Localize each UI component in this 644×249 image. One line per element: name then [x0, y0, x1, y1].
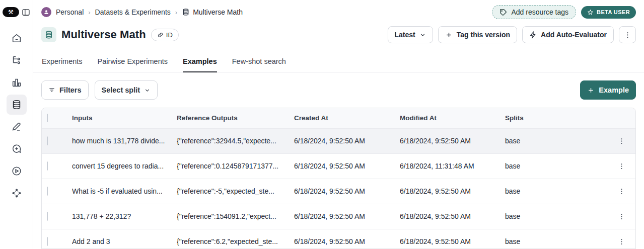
- sidebar-item-annotation[interactable]: [7, 117, 27, 137]
- database-icon: [182, 8, 190, 16]
- bar-chart-icon: [11, 77, 22, 88]
- row-checkbox[interactable]: [47, 237, 48, 246]
- cell-created-at: 6/18/2024, 9:52:50 AM: [294, 204, 400, 229]
- sidebar-item-playground[interactable]: [7, 161, 27, 181]
- add-auto-evaluator-button[interactable]: Add Auto-Evaluator: [522, 26, 614, 43]
- filters-button[interactable]: Filters: [41, 80, 89, 100]
- table-row[interactable]: Add 2 and 3 {"reference":6.2,"expected_s…: [42, 229, 635, 249]
- column-header-splits: Splits: [505, 108, 613, 128]
- tab-pairwise-experiments[interactable]: Pairwise Experiments: [98, 57, 168, 72]
- cell-inputs: What is -5 if evaluated usin...: [72, 179, 177, 204]
- select-split-dropdown[interactable]: Select split: [95, 80, 158, 100]
- cell-reference-outputs: {"reference":154091.2,"expect...: [177, 204, 294, 229]
- filter-icon: [48, 87, 55, 94]
- link-icon: [157, 32, 164, 38]
- chevron-right-icon: ›: [175, 9, 177, 16]
- workspace-avatar[interactable]: [41, 7, 51, 17]
- cell-created-at: 6/18/2024, 9:52:50 AM: [294, 229, 400, 249]
- langsmith-logo-icon: ⚒: [3, 7, 19, 17]
- cell-splits: base: [505, 153, 613, 179]
- chevron-right-icon: ›: [88, 9, 90, 16]
- cell-splits: base: [505, 128, 613, 153]
- tag-this-version-label: Tag this version: [457, 31, 510, 39]
- cell-splits: base: [505, 229, 613, 249]
- sidebar-item-prompts[interactable]: [7, 139, 27, 159]
- cell-inputs: how much is 131,778 divide...: [72, 128, 177, 153]
- add-resource-tags-button[interactable]: Add resource tags: [492, 5, 576, 19]
- database-icon: [11, 99, 22, 110]
- cell-reference-outputs: {"reference":0.1245879171377...: [177, 153, 294, 179]
- breadcrumb: Personal › Datasets & Experiments › Mult…: [41, 7, 243, 17]
- page-title: Multiverse Math: [61, 28, 146, 41]
- column-header-created-at: Created At: [294, 108, 400, 128]
- home-icon: [11, 33, 22, 44]
- sidebar-item-home[interactable]: [7, 28, 27, 48]
- row-menu-button[interactable]: [614, 159, 628, 173]
- cell-modified-at: 6/18/2024, 9:52:50 AM: [400, 229, 505, 249]
- table-row[interactable]: how much is 131,778 divide... {"referenc…: [42, 128, 635, 153]
- cell-inputs: 131,778 + 22,312?: [72, 204, 177, 229]
- examples-table: Inputs Reference Outputs Created At Modi…: [41, 108, 636, 249]
- cell-created-at: 6/18/2024, 9:52:50 AM: [294, 179, 400, 204]
- column-header-modified-at: Modified At: [400, 108, 505, 128]
- table-row[interactable]: convert 15 degrees to radia... {"referen…: [42, 153, 635, 179]
- main-content: Personal › Datasets & Experiments › Mult…: [33, 0, 644, 249]
- examples-toolbar: Filters Select split Example: [33, 72, 644, 108]
- chevron-down-icon: [419, 32, 426, 38]
- title-row: Multiverse Math ID Latest Tag this versi…: [33, 24, 644, 49]
- plus-icon: [445, 31, 453, 39]
- row-menu-button[interactable]: [614, 134, 628, 148]
- tab-examples[interactable]: Examples: [183, 57, 217, 72]
- table-row[interactable]: 131,778 + 22,312? {"reference":154091.2,…: [42, 204, 635, 229]
- tag-this-version-button[interactable]: Tag this version: [438, 26, 517, 43]
- row-checkbox[interactable]: [47, 161, 48, 171]
- more-options-button[interactable]: [619, 26, 636, 43]
- tab-few-shot-search[interactable]: Few-shot search: [232, 57, 286, 72]
- dataset-icon: [41, 27, 56, 42]
- row-checkbox[interactable]: [47, 187, 48, 196]
- select-all-checkbox[interactable]: [47, 114, 48, 122]
- chevron-down-icon: [144, 87, 151, 94]
- sidebar-item-deployments[interactable]: [7, 183, 27, 203]
- row-menu-button[interactable]: [614, 209, 628, 223]
- tab-bar: Experiments Pairwise Experiments Example…: [33, 49, 644, 72]
- sidebar-item-datasets[interactable]: [7, 95, 27, 115]
- add-auto-evaluator-label: Add Auto-Evaluator: [541, 31, 607, 39]
- cell-created-at: 6/18/2024, 9:52:50 AM: [294, 128, 400, 153]
- beta-user-label: BETA USER: [597, 9, 630, 15]
- sidebar-nav: [7, 28, 27, 203]
- star-icon: [587, 9, 594, 16]
- version-select-label: Latest: [395, 31, 415, 39]
- tab-experiments[interactable]: Experiments: [42, 57, 83, 72]
- cell-modified-at: 6/18/2024, 9:52:50 AM: [400, 179, 505, 204]
- top-bar: Personal › Datasets & Experiments › Mult…: [33, 0, 644, 24]
- cell-reference-outputs: {"reference":32944.5,"expecte...: [177, 128, 294, 153]
- id-chip-label: ID: [166, 31, 173, 39]
- version-select-button[interactable]: Latest: [388, 26, 433, 43]
- kebab-menu-icon: [624, 31, 631, 39]
- row-checkbox[interactable]: [47, 136, 48, 145]
- breadcrumb-section[interactable]: Datasets & Experiments: [95, 8, 171, 16]
- sidebar-item-tracing[interactable]: [7, 50, 27, 70]
- filters-label: Filters: [59, 86, 82, 94]
- collapse-sidebar-icon[interactable]: [22, 8, 30, 17]
- row-menu-button[interactable]: [614, 184, 628, 198]
- copy-id-chip[interactable]: ID: [151, 29, 179, 41]
- cell-splits: base: [505, 204, 613, 229]
- cell-created-at: 6/18/2024, 9:52:50 AM: [294, 153, 400, 179]
- sidebar: ⚒: [0, 0, 33, 249]
- cell-splits: base: [505, 179, 613, 204]
- play-circle-icon: [11, 165, 22, 177]
- chat-plus-icon: [11, 143, 22, 154]
- sidebar-item-monitoring[interactable]: [7, 72, 27, 93]
- breadcrumb-current[interactable]: Multiverse Math: [182, 8, 243, 16]
- cell-inputs: Add 2 and 3: [72, 229, 177, 249]
- cell-modified-at: 6/18/2024, 9:52:50 AM: [400, 204, 505, 229]
- add-example-button[interactable]: Example: [580, 80, 636, 100]
- graph-nodes-icon: [11, 188, 22, 199]
- row-menu-button[interactable]: [614, 234, 628, 248]
- row-checkbox[interactable]: [47, 212, 48, 221]
- table-row[interactable]: What is -5 if evaluated usin... {"refere…: [42, 179, 635, 204]
- beta-user-badge: BETA USER: [581, 6, 636, 19]
- breadcrumb-workspace[interactable]: Personal: [56, 8, 84, 16]
